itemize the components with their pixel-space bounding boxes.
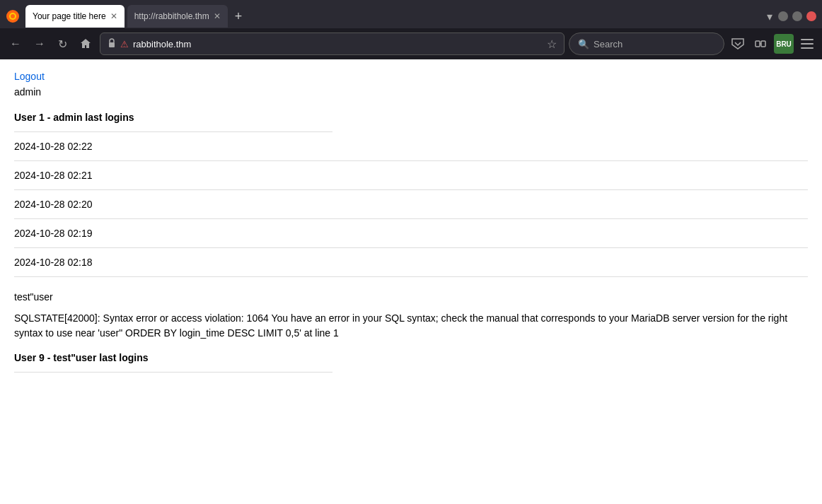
extensions-icon[interactable] <box>751 35 770 52</box>
tab-dropdown-icon[interactable]: ▾ <box>767 10 772 23</box>
inactive-tab[interactable]: http://rabbithole.thm ✕ <box>127 5 228 28</box>
svg-rect-6 <box>801 39 814 40</box>
list-item: 2024-10-28 02:18 <box>14 248 808 277</box>
list-item: 2024-10-28 02:21 <box>14 161 808 190</box>
new-tab-button[interactable]: + <box>231 10 247 23</box>
tab-bar: Your page title here ✕ http://rabbithole… <box>0 0 822 28</box>
test-user-name: test"user <box>14 291 808 303</box>
sql-error-message: SQLSTATE[42000]: Syntax error or access … <box>14 311 808 341</box>
active-tab[interactable]: Your page title here ✕ <box>25 5 125 28</box>
list-item: 2024-10-28 02:19 <box>14 219 808 248</box>
login-list: 2024-10-28 02:22 2024-10-28 02:21 2024-1… <box>14 132 808 277</box>
nav-bar: ← → ↻ ⚠ rabbithole.thm ☆ 🔍 Search <box>0 28 822 59</box>
svg-rect-4 <box>756 41 760 47</box>
back-button[interactable]: ← <box>6 35 25 53</box>
bottom-divider <box>14 372 332 373</box>
address-text: rabbithole.thm <box>133 39 543 49</box>
firefox-icon <box>6 9 20 23</box>
svg-point-2 <box>11 14 15 18</box>
search-icon: 🔍 <box>578 39 589 49</box>
reload-button[interactable]: ↻ <box>54 35 71 54</box>
tab-bar-right: ▾ <box>767 10 816 23</box>
test-user-block: test"user SQLSTATE[42000]: Syntax error … <box>14 291 808 373</box>
page-content: Logout admin User 1 - admin last logins … <box>0 59 822 498</box>
svg-rect-5 <box>761 41 765 47</box>
inactive-tab-close[interactable]: ✕ <box>214 11 221 21</box>
active-tab-label: Your page title here <box>33 11 106 21</box>
address-bar[interactable]: ⚠ rabbithole.thm ☆ <box>100 33 565 55</box>
mixed-content-icon: ⚠ <box>120 39 129 49</box>
list-item: 2024-10-28 02:20 <box>14 190 808 219</box>
search-bar[interactable]: 🔍 Search <box>569 33 724 55</box>
inactive-tab-label: http://rabbithole.thm <box>134 11 209 21</box>
maximize-button[interactable] <box>792 11 802 21</box>
search-placeholder-text: Search <box>594 39 623 49</box>
section1-title: User 1 - admin last logins <box>14 112 808 123</box>
svg-rect-3 <box>109 42 115 47</box>
home-button[interactable] <box>76 35 95 52</box>
close-button[interactable] <box>806 11 816 21</box>
pocket-icon[interactable] <box>729 35 747 52</box>
profile-avatar[interactable]: BRU <box>774 34 794 54</box>
section2-title: User 9 - test"user last logins <box>14 352 808 363</box>
browser-chrome: Your page title here ✕ http://rabbithole… <box>0 0 822 59</box>
svg-rect-8 <box>801 47 814 49</box>
nav-right-icons: BRU <box>729 34 816 54</box>
minimize-button[interactable] <box>778 11 788 21</box>
security-icon <box>108 38 116 50</box>
bookmark-star-icon[interactable]: ☆ <box>547 37 557 51</box>
list-item: 2024-10-28 02:22 <box>14 132 808 161</box>
svg-rect-7 <box>801 43 814 45</box>
admin-username: admin <box>14 86 808 98</box>
window-controls <box>778 11 816 21</box>
logout-link[interactable]: Logout <box>14 71 808 82</box>
active-tab-close[interactable]: ✕ <box>110 11 117 21</box>
forward-button[interactable]: → <box>30 35 50 53</box>
menu-button[interactable] <box>798 36 816 52</box>
